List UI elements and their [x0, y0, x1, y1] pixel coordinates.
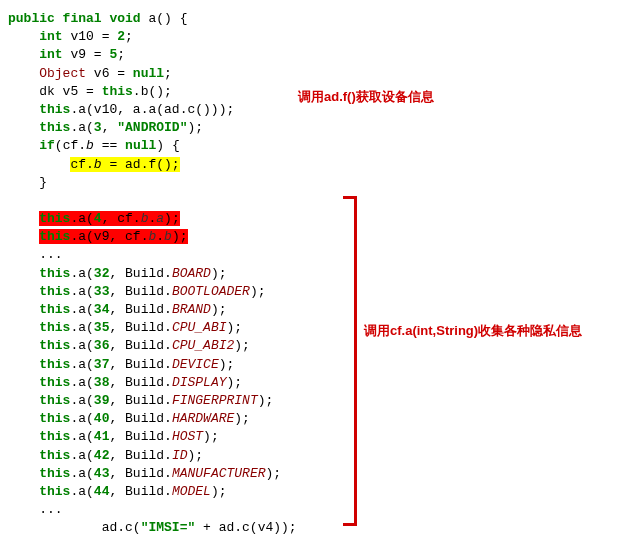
- code-line: if(cf.b == null) {: [8, 137, 616, 155]
- code-line: this.a(44, Build.MODEL);: [8, 483, 616, 501]
- code-line: this.a(33, Build.BOOTLOADER);: [8, 283, 616, 301]
- code-line: this.a(41, Build.HOST);: [8, 428, 616, 446]
- code-line: ...: [8, 246, 616, 264]
- code-line: int v10 = 2;: [8, 28, 616, 46]
- code-line: this.a(42, Build.ID);: [8, 447, 616, 465]
- annotation-privacy-collect: 调用cf.a(int,String)收集各种隐私信息: [364, 322, 582, 340]
- code-line: this.a(32, Build.BOARD);: [8, 265, 616, 283]
- code-line: this.a(34, Build.BRAND);: [8, 301, 616, 319]
- code-line: this.a(37, Build.DEVICE);: [8, 356, 616, 374]
- code-line: this.a(4, cf.b.a);: [8, 210, 616, 228]
- code-line: this.a(38, Build.DISPLAY);: [8, 374, 616, 392]
- annotation-device-info: 调用ad.f()获取设备信息: [298, 88, 434, 106]
- code-line: this.a(v9, cf.b.b);: [8, 228, 616, 246]
- code-line: public final void a() {: [8, 10, 616, 28]
- code-line: this.a(39, Build.FINGERPRINT);: [8, 392, 616, 410]
- code-block: public final void a() { int v10 = 2; int…: [8, 10, 616, 536]
- code-line: this.a(3, "ANDROID");: [8, 119, 616, 137]
- bracket-icon: [343, 196, 357, 526]
- code-line: [8, 192, 616, 210]
- code-line: this.a(40, Build.HARDWARE);: [8, 410, 616, 428]
- code-line: ...: [8, 501, 616, 519]
- code-line: ad.c("IMSI=" + ad.c(v4));: [8, 519, 616, 536]
- code-line: Object v6 = null;: [8, 65, 616, 83]
- code-line: int v9 = 5;: [8, 46, 616, 64]
- code-line: cf.b = ad.f();: [8, 156, 616, 174]
- code-line: }: [8, 174, 616, 192]
- code-line: this.a(43, Build.MANUFACTURER);: [8, 465, 616, 483]
